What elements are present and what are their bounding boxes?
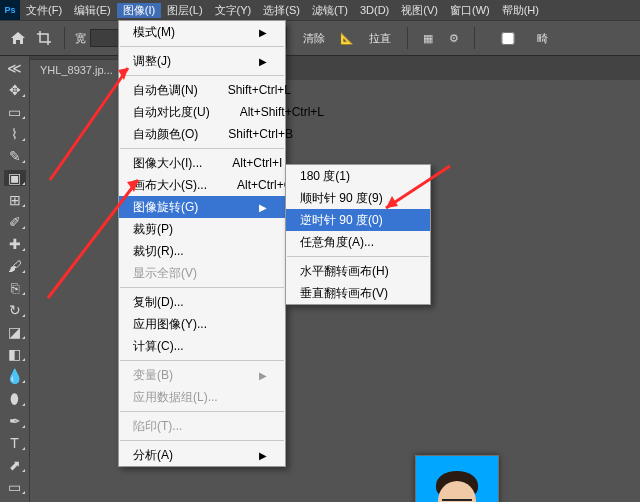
menu-item-flip-horizontal[interactable]: 水平翻转画布(H) — [286, 260, 430, 282]
menu-item-crop[interactable]: 裁剪(P) — [119, 218, 285, 240]
image-menu: 模式(M)▶ 调整(J)▶ 自动色调(N)Shift+Ctrl+L 自动对比度(… — [118, 20, 286, 467]
extra-label: 畸 — [537, 31, 548, 46]
menu-image[interactable]: 图像(I) — [117, 3, 161, 18]
menu-item-image-rotation[interactable]: 图像旋转(G)▶ — [119, 196, 285, 218]
menu-item-auto-color[interactable]: 自动颜色(O)Shift+Ctrl+B — [119, 123, 285, 145]
type-tool[interactable]: T — [4, 435, 26, 451]
options-bar: 宽 高 像素/英寸 ▾ 清除 📐 拉直 ▦ ⚙ 畸 — [0, 20, 640, 56]
menu-layer[interactable]: 图层(L) — [161, 3, 208, 18]
menu-type[interactable]: 文字(Y) — [209, 3, 258, 18]
menu-view[interactable]: 视图(V) — [395, 3, 444, 18]
brush-tool[interactable]: 🖌 — [4, 258, 26, 274]
path-select-tool[interactable]: ⬈ — [4, 457, 26, 473]
move-tool[interactable]: ✥ — [4, 82, 26, 98]
separator — [64, 27, 65, 49]
stamp-tool[interactable]: ⎘ — [4, 280, 26, 296]
submenu-arrow-icon: ▶ — [259, 450, 267, 461]
menu-item-image-size[interactable]: 图像大小(I)...Alt+Ctrl+I — [119, 152, 285, 174]
menu-item-variables: 变量(B)▶ — [119, 364, 285, 386]
menu-help[interactable]: 帮助(H) — [496, 3, 545, 18]
menu-item-analysis[interactable]: 分析(A)▶ — [119, 444, 285, 466]
eraser-tool[interactable]: ◪ — [4, 324, 26, 340]
menu-filter[interactable]: 滤镜(T) — [306, 3, 354, 18]
healing-tool[interactable]: ✚ — [4, 236, 26, 252]
gradient-tool[interactable]: ◧ — [4, 346, 26, 362]
home-icon[interactable] — [8, 28, 28, 48]
eyedropper-tool[interactable]: ✐ — [4, 214, 26, 230]
gear-icon[interactable]: ⚙ — [444, 28, 464, 48]
delete-cropped-checkbox[interactable] — [485, 32, 531, 45]
quick-select-tool[interactable]: ✎ — [4, 148, 26, 164]
width-label: 宽 — [75, 31, 86, 46]
menu-item-reveal-all: 显示全部(V) — [119, 262, 285, 284]
history-brush-tool[interactable]: ↻ — [4, 302, 26, 318]
image-rotation-submenu: 180 度(1) 顺时针 90 度(9) 逆时针 90 度(0) 任意角度(A)… — [285, 164, 431, 305]
submenu-arrow-icon: ▶ — [259, 56, 267, 67]
menu-item-rotate-180[interactable]: 180 度(1) — [286, 165, 430, 187]
menu-file[interactable]: 文件(F) — [20, 3, 68, 18]
lasso-tool[interactable]: ⌇ — [4, 126, 26, 142]
tool-palette: ≪ ✥ ▭ ⌇ ✎ ▣ ⊞ ✐ ✚ 🖌 ⎘ ↻ ◪ ◧ 💧 ⬮ ✒ T ⬈ ▭ … — [0, 56, 30, 502]
menu-item-apply-data: 应用数据组(L)... — [119, 386, 285, 408]
clear-button[interactable]: 清除 — [297, 29, 331, 48]
submenu-arrow-icon: ▶ — [259, 202, 267, 213]
submenu-arrow-icon: ▶ — [259, 370, 267, 381]
frame-tool[interactable]: ⊞ — [4, 192, 26, 208]
separator — [407, 27, 408, 49]
crop-tool[interactable]: ▣ — [4, 170, 26, 186]
marquee-tool[interactable]: ▭ — [4, 104, 26, 120]
menu-window[interactable]: 窗口(W) — [444, 3, 496, 18]
separator — [474, 27, 475, 49]
menu-item-duplicate[interactable]: 复制(D)... — [119, 291, 285, 313]
menu-item-calculations[interactable]: 计算(C)... — [119, 335, 285, 357]
document-tab-bar: YHL_8937.jp... ✕ — [0, 56, 640, 80]
separator — [286, 27, 287, 49]
menu-item-apply-image[interactable]: 应用图像(Y)... — [119, 313, 285, 335]
submenu-arrow-icon: ▶ — [259, 27, 267, 38]
dodge-tool[interactable]: ⬮ — [4, 390, 26, 407]
menu-item-rotate-arbitrary[interactable]: 任意角度(A)... — [286, 231, 430, 253]
menu-item-rotate-ccw-90[interactable]: 逆时针 90 度(0) — [286, 209, 430, 231]
blur-tool[interactable]: 💧 — [4, 368, 26, 384]
menu-item-flip-vertical[interactable]: 垂直翻转画布(V) — [286, 282, 430, 304]
menu-item-auto-contrast[interactable]: 自动对比度(U)Alt+Shift+Ctrl+L — [119, 101, 285, 123]
menu-item-rotate-cw-90[interactable]: 顺时针 90 度(9) — [286, 187, 430, 209]
menu-item-auto-tone[interactable]: 自动色调(N)Shift+Ctrl+L — [119, 79, 285, 101]
crop-tool-icon[interactable] — [34, 28, 54, 48]
menu-select[interactable]: 选择(S) — [257, 3, 306, 18]
grid-overlay-icon[interactable]: ▦ — [418, 28, 438, 48]
app-logo: Ps — [0, 0, 20, 20]
document-name: YHL_8937.jp... — [40, 64, 113, 76]
menu-edit[interactable]: 编辑(E) — [68, 3, 117, 18]
straighten-icon[interactable]: 📐 — [337, 28, 357, 48]
menu-item-canvas-size[interactable]: 画布大小(S)...Alt+Ctrl+C — [119, 174, 285, 196]
shape-tool[interactable]: ▭ — [4, 479, 26, 495]
main-menubar: Ps 文件(F) 编辑(E) 图像(I) 图层(L) 文字(Y) 选择(S) 滤… — [0, 0, 640, 20]
pen-tool[interactable]: ✒ — [4, 413, 26, 429]
menu-item-trap: 陷印(T)... — [119, 415, 285, 437]
collapse-icon[interactable]: ≪ — [4, 60, 26, 76]
menu-item-mode[interactable]: 模式(M)▶ — [119, 21, 285, 43]
menu-3d[interactable]: 3D(D) — [354, 4, 395, 16]
document-canvas[interactable] — [415, 455, 499, 502]
menu-item-trim[interactable]: 裁切(R)... — [119, 240, 285, 262]
menu-item-adjustments[interactable]: 调整(J)▶ — [119, 50, 285, 72]
straighten-button[interactable]: 拉直 — [363, 29, 397, 48]
